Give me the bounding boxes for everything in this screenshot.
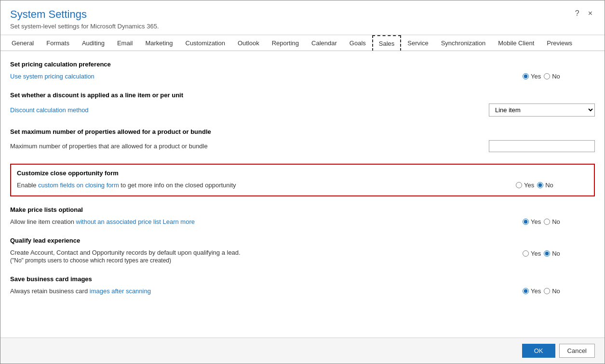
properties-input-container: 50 <box>489 140 595 152</box>
opportunity-no-option[interactable]: No <box>537 182 553 189</box>
business-card-prefix: Always retain business card <box>10 287 90 295</box>
tab-previews[interactable]: Previews <box>540 35 578 51</box>
opportunity-no-radio[interactable] <box>537 182 543 188</box>
opportunity-yes-option[interactable]: Yes <box>516 182 534 189</box>
properties-label: Maximum number of properties that are al… <box>10 143 489 150</box>
pricing-yes-option[interactable]: Yes <box>523 73 541 80</box>
pricing-yes-label: Yes <box>531 73 541 80</box>
price-lists-label: Allow line item creation without an asso… <box>10 218 523 225</box>
pricing-section: Set pricing calculation preference Use s… <box>10 61 595 82</box>
tab-synchronization[interactable]: Synchronization <box>435 35 492 51</box>
qualify-lead-title: Qualify lead experience <box>10 237 595 244</box>
business-card-no-radio[interactable] <box>544 288 550 294</box>
properties-input[interactable]: 50 <box>489 140 595 152</box>
price-lists-yes-label: Yes <box>531 218 541 225</box>
price-lists-no-label: No <box>552 218 560 225</box>
opportunity-title: Customize close opportunity form <box>17 169 588 177</box>
pricing-row: Use system pricing calculation Yes No <box>10 71 595 82</box>
price-lists-title: Make price lists optional <box>10 206 595 213</box>
discount-section: Set whether a discount is applied as a l… <box>10 91 595 118</box>
business-card-radio-group: Yes No <box>523 287 595 295</box>
tab-calendar[interactable]: Calendar <box>305 35 343 51</box>
business-card-yes-option[interactable]: Yes <box>523 287 541 295</box>
qualify-lead-no-label: No <box>552 250 560 257</box>
price-lists-section: Make price lists optional Allow line ite… <box>10 206 595 227</box>
qualify-lead-yes-option[interactable]: Yes <box>523 250 541 257</box>
help-button[interactable]: ? <box>573 8 582 19</box>
tabs-container: General Formats Auditing Email Marketing… <box>0 35 605 51</box>
business-card-link[interactable]: images after scanning <box>90 287 151 295</box>
dialog-controls: ? × <box>573 8 595 19</box>
opportunity-yes-label: Yes <box>524 182 534 189</box>
dialog-title: System Settings <box>10 8 159 21</box>
dialog-subtitle: Set system-level settings for Microsoft … <box>10 23 159 30</box>
business-card-no-option[interactable]: No <box>544 287 560 295</box>
qualify-lead-label: Create Account, Contact and Opportunity … <box>10 249 523 256</box>
price-lists-radio-group: Yes No <box>523 218 595 225</box>
price-lists-prefix: Allow line item creation <box>10 218 76 225</box>
discount-label: Discount calculation method <box>10 106 489 114</box>
price-lists-yes-radio[interactable] <box>523 219 529 225</box>
properties-title: Set maximum number of properties allowed… <box>10 128 595 135</box>
tab-goals[interactable]: Goals <box>343 35 372 51</box>
opportunity-row: Enable custom fields on closing form to … <box>17 180 588 191</box>
business-card-section: Save business card images Always retain … <box>10 275 595 297</box>
qualify-lead-yes-label: Yes <box>531 250 541 257</box>
opportunity-no-label: No <box>545 182 553 189</box>
tab-outlook[interactable]: Outlook <box>231 35 266 51</box>
tab-reporting[interactable]: Reporting <box>266 35 305 51</box>
price-lists-row: Allow line item creation without an asso… <box>10 216 595 227</box>
discount-title: Set whether a discount is applied as a l… <box>10 91 595 99</box>
qualify-lead-radio-group: Yes No <box>523 250 595 257</box>
business-card-label: Always retain business card images after… <box>10 287 523 295</box>
pricing-radio-group: Yes No <box>523 73 595 80</box>
opportunity-label-link[interactable]: custom fields on closing form <box>38 182 119 189</box>
business-card-no-label: No <box>552 287 560 295</box>
tab-mobile-client[interactable]: Mobile Client <box>492 35 540 51</box>
properties-row: Maximum number of properties that are al… <box>10 138 595 154</box>
price-lists-link[interactable]: without an associated price list <box>76 218 161 225</box>
price-lists-no-radio[interactable] <box>544 219 550 225</box>
qualify-lead-yes-radio[interactable] <box>523 250 529 257</box>
pricing-yes-radio[interactable] <box>523 73 529 79</box>
qualify-lead-section: Qualify lead experience Create Account, … <box>10 237 595 266</box>
discount-dropdown[interactable]: Line item Per unit <box>489 104 595 117</box>
opportunity-yes-radio[interactable] <box>516 182 522 188</box>
tab-formats[interactable]: Formats <box>40 35 76 51</box>
opportunity-radio-group: Yes No <box>516 182 588 189</box>
system-settings-dialog: System Settings Set system-level setting… <box>0 0 605 364</box>
header-text: System Settings Set system-level setting… <box>10 8 159 30</box>
tab-marketing[interactable]: Marketing <box>139 35 179 51</box>
tab-service[interactable]: Service <box>401 35 434 51</box>
content-area[interactable]: Set pricing calculation preference Use s… <box>0 51 605 338</box>
business-card-title: Save business card images <box>10 275 595 283</box>
tab-sales[interactable]: Sales <box>372 35 402 51</box>
cancel-button[interactable]: Cancel <box>559 344 595 358</box>
learn-more-link[interactable]: Learn more <box>163 218 195 225</box>
discount-row: Discount calculation method Line item Pe… <box>10 102 595 118</box>
qualify-lead-no-radio[interactable] <box>544 250 550 257</box>
opportunity-label: Enable custom fields on closing form to … <box>17 182 516 189</box>
settings-content: Set pricing calculation preference Use s… <box>0 51 605 316</box>
tab-general[interactable]: General <box>5 35 40 51</box>
close-button[interactable]: × <box>586 8 595 19</box>
pricing-no-option[interactable]: No <box>544 73 560 80</box>
tab-customization[interactable]: Customization <box>179 35 231 51</box>
tab-auditing[interactable]: Auditing <box>76 35 111 51</box>
ok-button[interactable]: OK <box>522 344 555 358</box>
qualify-lead-row: Create Account, Contact and Opportunity … <box>10 247 595 266</box>
opportunity-label-prefix: Enable <box>17 182 38 189</box>
opportunity-label-suffix: to get more info on the closed opportuni… <box>119 182 236 189</box>
tab-email[interactable]: Email <box>111 35 139 51</box>
business-card-yes-radio[interactable] <box>523 288 529 294</box>
price-lists-yes-option[interactable]: Yes <box>523 218 541 225</box>
properties-section: Set maximum number of properties allowed… <box>10 128 595 154</box>
qualify-lead-no-option[interactable]: No <box>544 250 560 257</box>
pricing-no-radio[interactable] <box>544 73 550 79</box>
pricing-label: Use system pricing calculation <box>10 73 523 80</box>
pricing-no-label: No <box>552 73 560 80</box>
price-lists-no-option[interactable]: No <box>544 218 560 225</box>
pricing-title: Set pricing calculation preference <box>10 61 595 68</box>
dialog-header: System Settings Set system-level setting… <box>0 0 605 35</box>
business-card-yes-label: Yes <box>531 287 541 295</box>
